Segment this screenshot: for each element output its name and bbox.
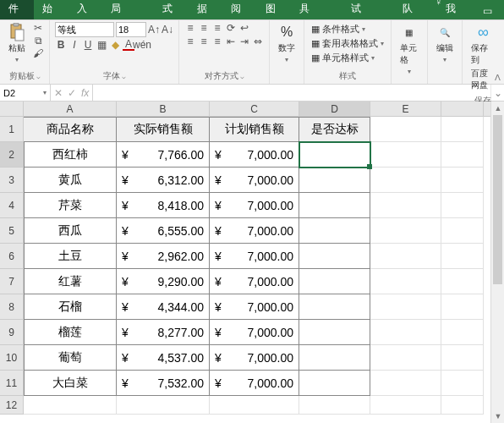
cell-target[interactable] bbox=[299, 294, 370, 320]
cell[interactable] bbox=[441, 269, 484, 294]
align-right-icon[interactable]: ≡ bbox=[211, 36, 223, 47]
align-bottom-icon[interactable]: ≡ bbox=[211, 22, 223, 34]
cell[interactable] bbox=[370, 345, 441, 371]
cell-actual[interactable]: ¥7,766.00 bbox=[117, 142, 210, 168]
font-size-select[interactable] bbox=[116, 22, 146, 37]
cell[interactable] bbox=[370, 117, 441, 142]
cell-name[interactable]: 榴莲 bbox=[24, 320, 117, 345]
cell-actual[interactable]: ¥4,537.00 bbox=[117, 345, 210, 371]
dialog-launcher-icon[interactable]: ⌵ bbox=[240, 73, 244, 80]
row-header[interactable]: 11 bbox=[0, 371, 24, 396]
save-baidu-button[interactable]: ∞保存到百度网盘 bbox=[468, 22, 499, 93]
fill-color-icon[interactable]: ◆ bbox=[109, 39, 121, 51]
ribbon-display-options-icon[interactable]: ▭ bbox=[477, 3, 497, 19]
cut-icon[interactable]: ✂ bbox=[32, 22, 44, 34]
row-header[interactable]: 9 bbox=[0, 320, 24, 345]
cell[interactable] bbox=[441, 345, 484, 371]
cell[interactable] bbox=[370, 320, 441, 345]
cell[interactable] bbox=[299, 396, 370, 415]
cell[interactable] bbox=[441, 294, 484, 320]
cell[interactable] bbox=[441, 320, 484, 345]
cell-name[interactable]: 葡萄 bbox=[24, 345, 117, 371]
header-cell[interactable]: 商品名称 bbox=[24, 117, 117, 142]
copy-icon[interactable]: ⧉ bbox=[32, 35, 44, 47]
paste-button[interactable]: 粘贴 ▾ bbox=[5, 22, 29, 65]
tell-me-search[interactable]: ♀ 告诉我 bbox=[428, 0, 477, 19]
col-header-E[interactable]: E bbox=[370, 102, 441, 116]
cell-target[interactable] bbox=[299, 168, 370, 193]
cells-button[interactable]: ▦单元格▾ bbox=[397, 22, 422, 77]
col-header-A[interactable]: A bbox=[24, 102, 117, 116]
number-format-button[interactable]: % 数字 ▾ bbox=[275, 22, 299, 65]
orientation-icon[interactable]: ⟳ bbox=[225, 22, 237, 34]
cell[interactable] bbox=[441, 371, 484, 396]
cell-name[interactable]: 芹菜 bbox=[24, 193, 117, 218]
cell-target[interactable] bbox=[299, 244, 370, 269]
cell[interactable] bbox=[441, 218, 484, 244]
decrease-indent-icon[interactable]: ⇤ bbox=[225, 36, 237, 47]
row-header[interactable]: 10 bbox=[0, 345, 24, 371]
increase-font-icon[interactable]: A↑ bbox=[148, 24, 160, 36]
tab-team[interactable]: 团队 bbox=[394, 0, 428, 19]
scroll-thumb[interactable] bbox=[493, 115, 502, 284]
phonetic-icon[interactable]: wén bbox=[136, 39, 148, 51]
cell[interactable] bbox=[24, 396, 117, 415]
name-box[interactable]: D2▾ bbox=[0, 85, 51, 101]
font-name-select[interactable] bbox=[55, 22, 114, 37]
cell[interactable] bbox=[370, 396, 441, 415]
decrease-font-icon[interactable]: A↓ bbox=[162, 24, 173, 36]
col-header-C[interactable]: C bbox=[210, 102, 299, 116]
cell-actual[interactable]: ¥8,418.00 bbox=[117, 193, 210, 218]
dialog-launcher-icon[interactable]: ⌵ bbox=[36, 73, 41, 80]
col-header-B[interactable]: B bbox=[117, 102, 210, 116]
cell-actual[interactable]: ¥4,344.00 bbox=[117, 294, 210, 320]
cell-target[interactable] bbox=[299, 345, 370, 371]
tab-data[interactable]: 数据 bbox=[189, 0, 222, 19]
align-left-icon[interactable]: ≡ bbox=[184, 36, 196, 47]
align-top-icon[interactable]: ≡ bbox=[184, 22, 196, 34]
cell-target[interactable] bbox=[299, 142, 370, 168]
cell[interactable] bbox=[441, 142, 484, 168]
tab-formulas[interactable]: 公式 bbox=[154, 0, 188, 19]
cell[interactable] bbox=[210, 396, 299, 415]
row-header[interactable]: 8 bbox=[0, 294, 24, 320]
cell-actual[interactable]: ¥6,555.00 bbox=[117, 218, 210, 244]
cell-name[interactable]: 红薯 bbox=[24, 269, 117, 294]
tab-review[interactable]: 审阅 bbox=[222, 0, 256, 19]
scroll-down-arrow-icon[interactable]: ▼ bbox=[491, 409, 504, 423]
formula-input[interactable] bbox=[93, 85, 490, 101]
cell-plan[interactable]: ¥7,000.00 bbox=[210, 218, 299, 244]
row-header[interactable]: 1 bbox=[0, 117, 24, 142]
underline-icon[interactable]: U bbox=[82, 39, 94, 51]
cell-plan[interactable]: ¥7,000.00 bbox=[210, 244, 299, 269]
cell-target[interactable] bbox=[299, 218, 370, 244]
cell-name[interactable]: 黄瓜 bbox=[24, 168, 117, 193]
bold-icon[interactable]: B bbox=[55, 39, 67, 51]
tab-pagelayout[interactable]: 页面布局 bbox=[102, 0, 154, 19]
row-header[interactable]: 2 bbox=[0, 142, 24, 168]
cell[interactable] bbox=[370, 168, 441, 193]
cell[interactable] bbox=[370, 218, 441, 244]
header-cell[interactable]: 是否达标 bbox=[299, 117, 370, 142]
cell-name[interactable]: 大白菜 bbox=[24, 371, 117, 396]
col-header-F[interactable] bbox=[441, 102, 484, 116]
cell[interactable] bbox=[370, 294, 441, 320]
cell[interactable] bbox=[370, 371, 441, 396]
cell-actual[interactable]: ¥7,532.00 bbox=[117, 371, 210, 396]
cell-target[interactable] bbox=[299, 193, 370, 218]
tab-insert[interactable]: 插入 bbox=[68, 0, 102, 19]
conditional-formatting-button[interactable]: ▦条件格式▾ bbox=[310, 22, 367, 36]
tab-view[interactable]: 视图 bbox=[257, 0, 291, 19]
cell-target[interactable] bbox=[299, 269, 370, 294]
scroll-up-arrow-icon[interactable]: ▲ bbox=[491, 102, 504, 115]
cell-actual[interactable]: ¥6,312.00 bbox=[117, 168, 210, 193]
cell[interactable] bbox=[370, 244, 441, 269]
cell-plan[interactable]: ¥7,000.00 bbox=[210, 345, 299, 371]
cell-name[interactable]: 土豆 bbox=[24, 244, 117, 269]
merge-center-icon[interactable]: ⇔ bbox=[252, 36, 264, 47]
tab-loadtest[interactable]: 负载测试 bbox=[342, 0, 394, 19]
row-header[interactable]: 7 bbox=[0, 269, 24, 294]
header-cell[interactable]: 实际销售额 bbox=[117, 117, 210, 142]
italic-icon[interactable]: I bbox=[68, 39, 80, 51]
fx-icon[interactable]: fx bbox=[81, 87, 89, 99]
